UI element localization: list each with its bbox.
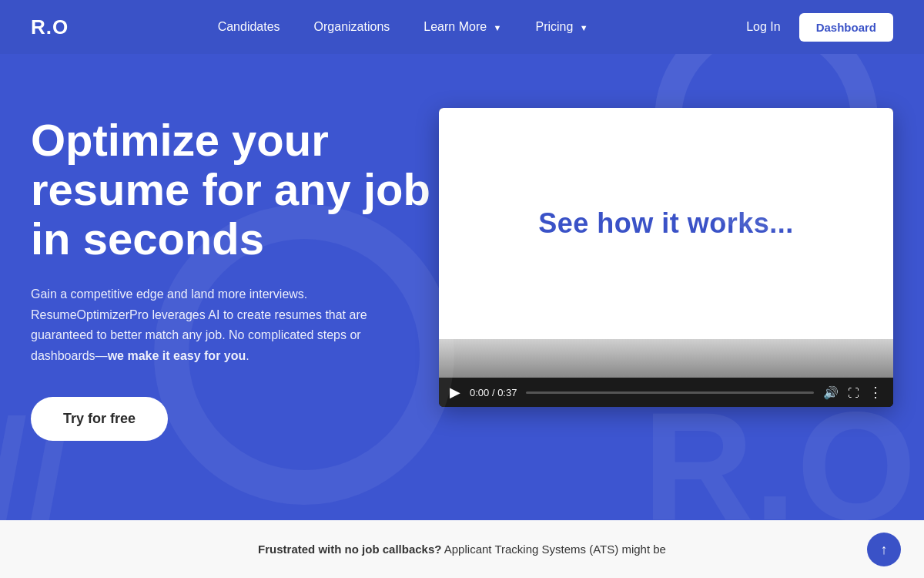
bg-decoration-1: R.O: [642, 389, 916, 520]
video-controls: ▶ 0:00 / 0:37 🔊 ⛶ ⋮: [439, 378, 893, 407]
arrow-up-icon: ↑: [881, 542, 888, 558]
video-player[interactable]: See how it works... ▶ 0:00 / 0:37 🔊 ⛶ ⋮: [439, 108, 893, 407]
bottom-text: Frustrated with no job callbacks? Applic…: [227, 543, 697, 556]
nav-right: Log In Dashboard: [737, 13, 893, 42]
nav-organizations[interactable]: Organizations: [300, 14, 404, 40]
nav-pricing[interactable]: Pricing ▼: [521, 14, 601, 40]
hero-title: Optimize your resume for any job in seco…: [31, 116, 439, 263]
nav-learn-more[interactable]: Learn More ▼: [410, 14, 515, 40]
fullscreen-button[interactable]: ⛶: [848, 386, 859, 399]
hero-description: Gain a competitive edge and land more in…: [31, 284, 416, 366]
try-free-button[interactable]: Try for free: [31, 397, 168, 441]
pricing-dropdown-icon: ▼: [580, 23, 588, 32]
time-display: 0:00 / 0:37: [470, 387, 517, 398]
login-link[interactable]: Log In: [737, 14, 789, 40]
hero-section: R.O // Optimize your resume for any job …: [0, 54, 924, 520]
video-see-text: See how it works...: [538, 207, 794, 240]
video-screen: See how it works...: [439, 108, 893, 339]
hero-right: See how it works... ▶ 0:00 / 0:37 🔊 ⛶ ⋮: [439, 108, 893, 407]
more-options-button[interactable]: ⋮: [869, 384, 882, 401]
dashboard-button[interactable]: Dashboard: [799, 13, 893, 42]
scroll-up-button[interactable]: ↑: [867, 533, 901, 566]
navbar: R.O Candidates Organizations Learn More …: [0, 0, 924, 54]
volume-button[interactable]: 🔊: [823, 385, 839, 400]
hero-left: Optimize your resume for any job in seco…: [31, 100, 439, 441]
video-gradient: [439, 339, 893, 378]
nav-links: Candidates Organizations Learn More ▼ Pr…: [204, 14, 602, 40]
learn-more-dropdown-icon: ▼: [494, 23, 502, 32]
progress-bar[interactable]: [526, 391, 814, 394]
play-button[interactable]: ▶: [450, 385, 460, 399]
nav-candidates[interactable]: Candidates: [204, 14, 294, 40]
logo[interactable]: R.O: [31, 15, 69, 39]
bottom-section: Frustrated with no job callbacks? Applic…: [0, 520, 924, 578]
